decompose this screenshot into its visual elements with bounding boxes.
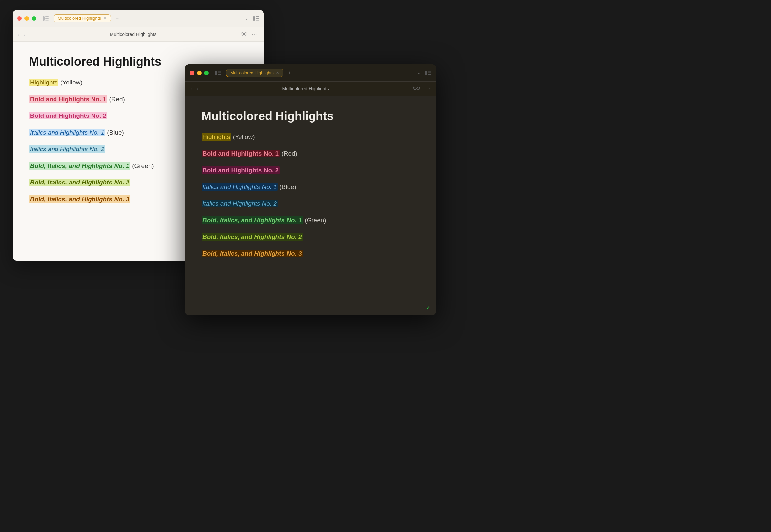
svg-rect-6 (256, 18, 259, 19)
line-bold-red-dark: Bold and Highlights No. 1 (Red) (202, 149, 419, 159)
back-button-dark[interactable]: ‹ (190, 86, 192, 91)
highlight-span-light-3: Bold and Highlights No. 2 (29, 112, 107, 119)
nav-arrows-dark: ‹ › (190, 86, 198, 91)
line-bolditalic-olive-dark: Bold, Italics, and Highlights No. 2 (202, 232, 419, 242)
new-tab-button-dark[interactable]: + (288, 70, 291, 76)
glasses-icon-light[interactable] (241, 31, 248, 37)
line-rest-light-6: (Green) (132, 162, 153, 169)
line-bolditalic-green-dark: Bold, Italics, and Highlights No. 1 (Gre… (202, 216, 419, 225)
svg-point-9 (245, 33, 247, 35)
svg-line-24 (413, 87, 414, 88)
svg-rect-14 (218, 71, 221, 72)
svg-point-8 (241, 33, 244, 35)
sidebar-icon-light[interactable] (253, 16, 259, 21)
svg-rect-13 (215, 71, 217, 75)
highlight-span-light-5: Italics and Highlights No. 2 (29, 145, 105, 153)
toolbar-title-light: Multicolored Highlights (25, 32, 241, 37)
tab-close-light[interactable]: ✕ (104, 16, 107, 20)
sidebar-toggle-light[interactable] (42, 15, 49, 22)
titlebar-right-light: ⌄ (245, 16, 259, 21)
highlight-span-dark-1: Highlights (202, 133, 231, 141)
svg-rect-3 (45, 20, 49, 21)
toolbar-light: ‹ › Multicolored Highlights ··· (13, 27, 264, 42)
traffic-lights-light (17, 16, 36, 21)
svg-point-21 (414, 87, 416, 90)
svg-rect-20 (428, 74, 431, 75)
chevron-down-icon-light[interactable]: ⌄ (245, 16, 249, 21)
svg-rect-16 (218, 74, 221, 75)
svg-line-12 (247, 32, 248, 33)
line-rest-dark-1: (Yellow) (233, 133, 255, 140)
close-button-light[interactable] (17, 16, 22, 21)
highlight-span-light-1: Highlights (29, 79, 58, 86)
svg-rect-19 (428, 72, 431, 73)
svg-line-25 (419, 87, 420, 88)
toolbar-dark: ‹ › Multicolored Highlights ··· (185, 82, 436, 96)
titlebar-dark: Multicolored Highlights ✕ + ⌄ (185, 64, 436, 82)
highlight-span-dark-5: Italics and Highlights No. 2 (202, 200, 278, 207)
toolbar-icons-dark: ··· (413, 86, 431, 92)
highlight-span-dark-3: Bold and Highlights No. 2 (202, 166, 280, 174)
highlight-span-dark-6: Bold, Italics, and Highlights No. 1 (202, 216, 303, 224)
line-highlights-dark: Highlights (Yellow) (202, 132, 419, 142)
tab-dark[interactable]: Multicolored Highlights ✕ (226, 69, 284, 77)
highlight-span-dark-2: Bold and Highlights No. 1 (202, 150, 280, 157)
line-rest-light-1: (Yellow) (60, 79, 83, 86)
fullscreen-button-dark[interactable] (204, 71, 209, 75)
sidebar-icon-dark[interactable] (425, 71, 431, 75)
line-rest-dark-6: (Green) (305, 217, 326, 224)
line-rest-dark-2: (Red) (282, 150, 297, 157)
minimize-button-light[interactable] (24, 16, 29, 21)
highlight-span-light-2: Bold and Highlights No. 1 (29, 95, 107, 103)
tab-light[interactable]: Multicolored Highlights ✕ (53, 14, 111, 22)
checkmark-icon-dark: ✓ (426, 304, 431, 311)
close-button-dark[interactable] (189, 71, 194, 75)
line-bold-pink-dark: Bold and Highlights No. 2 (202, 166, 419, 175)
fullscreen-button-light[interactable] (32, 16, 36, 21)
nav-arrows-light: ‹ › (18, 32, 25, 37)
dark-window: Multicolored Highlights ✕ + ⌄ ‹ › Multic… (185, 64, 436, 315)
line-rest-light-2: (Red) (109, 96, 125, 103)
highlight-span-dark-8: Bold, Italics, and Highlights No. 3 (202, 250, 303, 257)
line-rest-light-4: (Blue) (107, 129, 124, 136)
more-options-icon-dark[interactable]: ··· (424, 86, 431, 92)
line-italic-teal-dark: Italics and Highlights No. 2 (202, 199, 419, 209)
minimize-button-dark[interactable] (197, 71, 202, 75)
svg-rect-1 (45, 16, 49, 17)
content-dark: Multicolored Highlights Highlights (Yell… (185, 96, 436, 315)
highlight-span-dark-7: Bold, Italics, and Highlights No. 2 (202, 233, 303, 241)
highlight-span-dark-4: Italics and Highlights No. 1 (202, 183, 278, 191)
svg-rect-5 (256, 16, 259, 17)
titlebar-right-dark: ⌄ (417, 70, 431, 75)
svg-point-22 (417, 87, 419, 90)
highlight-span-light-7: Bold, Italics, and Highlights No. 2 (29, 179, 130, 186)
tab-label-dark: Multicolored Highlights (230, 70, 274, 75)
svg-rect-15 (218, 72, 221, 73)
traffic-lights-dark (189, 71, 209, 75)
line-rest-dark-4: (Blue) (280, 183, 296, 190)
line-bolditalic-orange-dark: Bold, Italics, and Highlights No. 3 (202, 249, 419, 259)
svg-rect-17 (425, 71, 427, 75)
highlight-span-light-8: Bold, Italics, and Highlights No. 3 (29, 195, 130, 203)
new-tab-button-light[interactable]: + (116, 16, 118, 21)
svg-rect-2 (45, 18, 49, 19)
sidebar-toggle-dark[interactable] (215, 70, 221, 76)
more-options-icon-light[interactable]: ··· (252, 31, 258, 37)
titlebar-light: Multicolored Highlights ✕ + ⌄ (13, 10, 264, 27)
svg-rect-18 (428, 71, 431, 72)
glasses-icon-dark[interactable] (413, 86, 420, 92)
svg-rect-0 (43, 16, 45, 21)
toolbar-title-dark: Multicolored Highlights (198, 86, 413, 91)
toolbar-icons-light: ··· (241, 31, 258, 37)
svg-line-11 (241, 32, 241, 33)
highlight-span-light-6: Bold, Italics, and Highlights No. 1 (29, 162, 130, 170)
chevron-down-icon-dark[interactable]: ⌄ (417, 70, 421, 75)
svg-rect-7 (256, 20, 259, 21)
svg-rect-4 (253, 16, 255, 21)
back-button-light[interactable]: ‹ (18, 32, 19, 37)
tab-close-dark[interactable]: ✕ (276, 71, 279, 75)
highlight-span-light-4: Italics and Highlights No. 1 (29, 129, 105, 136)
doc-title-dark: Multicolored Highlights (202, 109, 419, 123)
line-italic-blue-dark: Italics and Highlights No. 1 (Blue) (202, 183, 419, 192)
tab-label-light: Multicolored Highlights (58, 16, 101, 21)
